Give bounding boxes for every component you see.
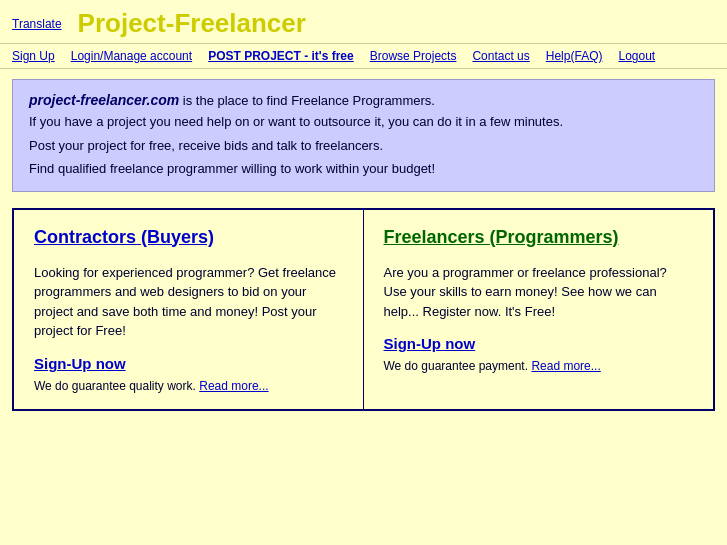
- nav-logout[interactable]: Logout: [610, 49, 663, 63]
- freelancers-read-more[interactable]: Read more...: [531, 359, 600, 373]
- nav-signup[interactable]: Sign Up: [12, 49, 63, 63]
- contractors-signup-link[interactable]: Sign-Up now: [34, 355, 343, 372]
- freelancers-column: Freelancers (Programmers) Are you a prog…: [364, 210, 714, 409]
- contractors-heading[interactable]: Contractors (Buyers): [34, 226, 343, 249]
- site-title: Project-Freelancer: [78, 8, 306, 39]
- intro-line3: Find qualified freelance programmer will…: [29, 159, 698, 179]
- freelancers-heading[interactable]: Freelancers (Programmers): [384, 226, 694, 249]
- intro-line1: If you have a project you need help on o…: [29, 112, 698, 132]
- contractors-guarantee: We do guarantee quality work. Read more.…: [34, 379, 269, 393]
- intro-site-name: project-freelancer.com: [29, 92, 179, 108]
- nav-help[interactable]: Help(FAQ): [538, 49, 611, 63]
- freelancers-body: Are you a programmer or freelance profes…: [384, 263, 694, 322]
- header: Translate Project-Freelancer: [0, 0, 727, 43]
- freelancers-guarantee: We do guarantee payment. Read more...: [384, 359, 601, 373]
- nav-contact[interactable]: Contact us: [464, 49, 537, 63]
- contractors-read-more[interactable]: Read more...: [199, 379, 268, 393]
- contractors-body: Looking for experienced programmer? Get …: [34, 263, 343, 341]
- intro-box: project-freelancer.com is the place to f…: [12, 79, 715, 192]
- main-content: Contractors (Buyers) Looking for experie…: [12, 208, 715, 411]
- nav-post[interactable]: POST PROJECT - it's free: [200, 49, 362, 63]
- nav-browse[interactable]: Browse Projects: [362, 49, 465, 63]
- freelancers-signup-link[interactable]: Sign-Up now: [384, 335, 694, 352]
- nav-login[interactable]: Login/Manage account: [63, 49, 200, 63]
- translate-link[interactable]: Translate: [12, 17, 62, 31]
- navbar: Sign Up Login/Manage account POST PROJEC…: [0, 43, 727, 69]
- intro-first-line: project-freelancer.com is the place to f…: [29, 92, 698, 108]
- intro-tagline: is the place to find Freelance Programme…: [179, 93, 435, 108]
- intro-line2: Post your project for free, receive bids…: [29, 136, 698, 156]
- contractors-column: Contractors (Buyers) Looking for experie…: [14, 210, 364, 409]
